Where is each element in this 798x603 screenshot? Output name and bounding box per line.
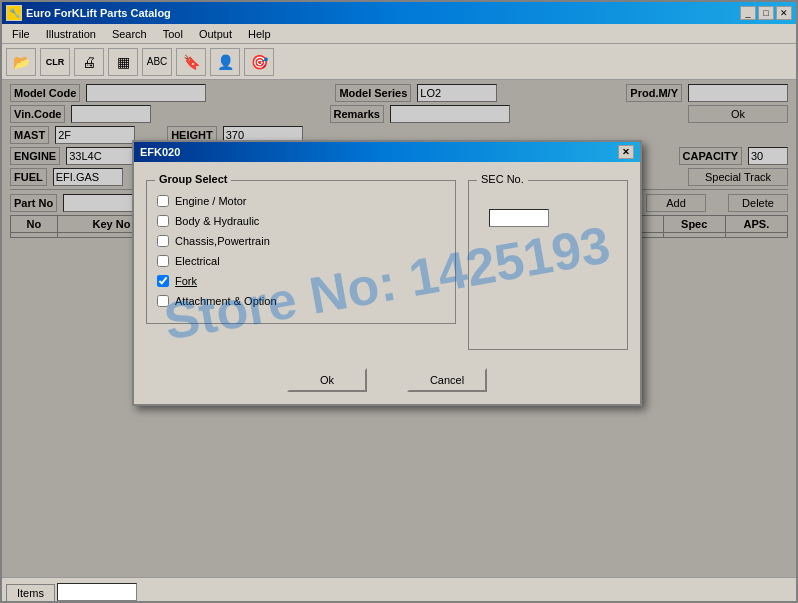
title-bar: 🔧 Euro ForKLift Parts Catalog _ □ ✕ (2, 2, 796, 24)
clr-button[interactable]: CLR (40, 48, 70, 76)
menu-help[interactable]: Help (240, 26, 279, 42)
maximize-button[interactable]: □ (758, 6, 774, 20)
tab-items[interactable]: Items (6, 584, 55, 601)
sec-no-section: SEC No. (468, 172, 628, 350)
checkbox-electrical-input[interactable] (157, 255, 169, 267)
checkbox-fork-input[interactable] (157, 275, 169, 287)
checkbox-engine-label: Engine / Motor (175, 195, 247, 207)
menu-file[interactable]: File (4, 26, 38, 42)
checkbox-attachment-label: Attachment & Option (175, 295, 277, 307)
checkbox-fork-label: Fork (175, 275, 197, 287)
checkbox-fork: Fork (157, 275, 445, 287)
open-button[interactable]: 📂 (6, 48, 36, 76)
dialog-footer: Ok Cancel (134, 360, 640, 404)
checkbox-body-input[interactable] (157, 215, 169, 227)
print-button[interactable]: 🖨 (74, 48, 104, 76)
app-icon: 🔧 (6, 5, 22, 21)
window-controls: _ □ ✕ (740, 6, 792, 20)
dialog: EFK020 ✕ Store No: 1425193 Group Select (132, 140, 642, 406)
close-button[interactable]: ✕ (776, 6, 792, 20)
checkbox-body-label: Body & Hydraulic (175, 215, 259, 227)
grid-button[interactable]: ▦ (108, 48, 138, 76)
checkbox-attachment-input[interactable] (157, 295, 169, 307)
checkbox-body: Body & Hydraulic (157, 215, 445, 227)
window-title: Euro ForKLift Parts Catalog (26, 7, 740, 19)
checkbox-chassis: Chassis,Powertrain (157, 235, 445, 247)
menu-output[interactable]: Output (191, 26, 240, 42)
group-select-box: Group Select Engine / Motor Body & Hydra… (146, 180, 456, 324)
dialog-ok-button[interactable]: Ok (287, 368, 367, 392)
checkbox-engine: Engine / Motor (157, 195, 445, 207)
menu-illustration[interactable]: Illustration (38, 26, 104, 42)
checkbox-electrical-label: Electrical (175, 255, 220, 267)
dialog-title-text: EFK020 (140, 146, 180, 158)
dialog-cancel-button[interactable]: Cancel (407, 368, 487, 392)
checkbox-engine-input[interactable] (157, 195, 169, 207)
bookmark-button[interactable]: 🔖 (176, 48, 206, 76)
tab-input[interactable] (57, 583, 137, 601)
abc-button[interactable]: ABC (142, 48, 172, 76)
sec-no-box: SEC No. (468, 180, 628, 350)
main-window: 🔧 Euro ForKLift Parts Catalog _ □ ✕ File… (0, 0, 798, 603)
dialog-close-button[interactable]: ✕ (618, 145, 634, 159)
checkbox-attachment: Attachment & Option (157, 295, 445, 307)
bottom-tab-bar: Items (2, 577, 796, 601)
sec-no-input[interactable] (489, 209, 549, 227)
dialog-title-bar: EFK020 ✕ (134, 142, 640, 162)
modal-overlay: EFK020 ✕ Store No: 1425193 Group Select (2, 80, 796, 577)
dialog-body: Group Select Engine / Motor Body & Hydra… (134, 162, 640, 360)
checkbox-electrical: Electrical (157, 255, 445, 267)
menu-search[interactable]: Search (104, 26, 155, 42)
person-button[interactable]: 👤 (210, 48, 240, 76)
sec-no-label: SEC No. (477, 173, 528, 185)
checkbox-chassis-input[interactable] (157, 235, 169, 247)
group-select-section: Group Select Engine / Motor Body & Hydra… (146, 172, 456, 350)
toolbar: 📂 CLR 🖨 ▦ ABC 🔖 👤 🎯 (2, 44, 796, 80)
checkbox-chassis-label: Chassis,Powertrain (175, 235, 270, 247)
main-content: Model Code Model Series Prod.M/Y Vin.Cod… (2, 80, 796, 577)
menu-bar: File Illustration Search Tool Output Hel… (2, 24, 796, 44)
menu-tool[interactable]: Tool (155, 26, 191, 42)
target-button[interactable]: 🎯 (244, 48, 274, 76)
minimize-button[interactable]: _ (740, 6, 756, 20)
group-select-label: Group Select (155, 173, 231, 185)
